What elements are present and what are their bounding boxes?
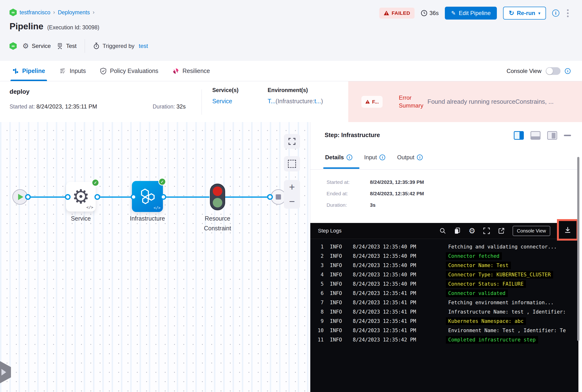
log-level: INFO	[330, 337, 353, 343]
log-line: 4INFO8/24/2023 12:35:40 PMConnector Type…	[310, 270, 578, 279]
info-icon[interactable]: i	[565, 68, 570, 74]
log-line: 2INFO8/24/2023 12:35:40 PMConnector fetc…	[310, 251, 578, 260]
tab-policy-evaluations[interactable]: Policy Evaluations	[100, 61, 158, 81]
play-icon	[18, 194, 23, 200]
stop-icon	[276, 194, 281, 200]
tab-output[interactable]: Output i	[397, 154, 423, 161]
tab-resilience[interactable]: Resilience	[173, 61, 210, 81]
tab-inputs-label: Inputs	[70, 68, 86, 74]
stage-summary-bar: deploy Started at: 8/24/2023, 12:35:11 P…	[0, 81, 582, 122]
panel-scrollbar[interactable]	[577, 157, 579, 341]
environment-link[interactable]: T...(Infrastructure:t...)	[268, 98, 323, 105]
node-label: Infrastructure	[121, 214, 174, 224]
inputs-tab-icon	[59, 68, 66, 74]
resilience-icon	[173, 68, 179, 74]
log-message: Kubernetes Namespace: abc	[446, 317, 526, 325]
infrastructure-link[interactable]: t...	[314, 98, 321, 104]
pipeline-canvas[interactable]: ⚙ </> ✓ </> ✓ Service Infrastructure Res…	[0, 122, 310, 392]
log-line-number: 1	[310, 244, 324, 250]
kebab-menu-icon[interactable]	[565, 8, 570, 18]
marquee-select-button[interactable]	[284, 156, 300, 172]
console-view-label: Console View	[507, 68, 541, 74]
log-line-number: 2	[310, 253, 324, 259]
connector-port	[65, 194, 71, 200]
minimize-icon[interactable]	[564, 135, 571, 136]
total-duration: 36s	[421, 10, 439, 16]
total-duration-value: 36s	[430, 10, 439, 16]
tab-pipeline-label: Pipeline	[22, 68, 45, 74]
edit-pipeline-button[interactable]: ✎ Edit Pipeline	[445, 7, 497, 20]
traffic-light-green	[213, 198, 222, 208]
log-level: INFO	[330, 272, 353, 278]
tab-input-label: Input	[364, 154, 377, 161]
split-view-icon[interactable]	[514, 131, 524, 140]
environments-block: Environment(s) T...(Infrastructure:t...)	[268, 87, 323, 105]
breadcrumb-project-link[interactable]: testfrancisco	[20, 9, 50, 16]
expand-logs-icon[interactable]	[483, 227, 490, 234]
log-timestamp: 8/24/2023 12:35:41 PM	[353, 328, 448, 333]
traffic-light-red	[213, 186, 222, 196]
breadcrumb-deployments-link[interactable]: Deployments	[58, 9, 90, 16]
log-timestamp: 8/24/2023 12:35:41 PM	[353, 309, 448, 315]
divider	[202, 90, 202, 115]
gear-icon: ⚙	[23, 42, 29, 50]
node-label: Service	[61, 214, 101, 224]
header-actions: FAILED 36s ✎ Edit Pipeline ↻ Re-run ▾ i	[379, 6, 570, 20]
scroll-left-arrow[interactable]	[0, 361, 11, 384]
page-title: Pipeline(Execution Id: 30098)	[10, 22, 100, 32]
tab-details[interactable]: Details i	[325, 154, 352, 161]
bottom-view-icon[interactable]	[530, 131, 540, 140]
detail-row: Started at: 8/24/2023, 12:35:39 PM	[327, 179, 424, 185]
pipeline-tab-icon	[13, 68, 19, 74]
console-view-toggle[interactable]	[546, 67, 560, 75]
service-link[interactable]: Service	[212, 98, 239, 105]
step-logs-panel: Step Logs ⚙ Console View	[310, 223, 578, 392]
info-icon[interactable]: i	[417, 154, 423, 160]
tab-pipeline[interactable]: Pipeline	[13, 61, 45, 81]
log-level: INFO	[330, 253, 353, 259]
search-icon[interactable]	[439, 228, 446, 234]
service-meta[interactable]: ⚙ Service	[23, 42, 51, 50]
success-check-icon: ✓	[158, 178, 166, 186]
view-tab-bar: Pipeline Inputs Policy Evaluations Resil…	[0, 61, 582, 81]
clock-icon	[421, 10, 427, 16]
zoom-in-button[interactable]: +	[289, 182, 295, 192]
external-link-icon[interactable]	[498, 227, 505, 234]
detail-label: Started at:	[327, 179, 370, 185]
execution-id: (Execution Id: 30098)	[47, 24, 100, 30]
tab-inputs[interactable]: Inputs	[59, 61, 86, 81]
info-icon[interactable]: i	[552, 10, 559, 17]
environment-meta[interactable]: Test	[57, 43, 77, 49]
step-logs-title: Step Logs	[318, 228, 342, 234]
triggered-by-label: Triggered by	[103, 43, 135, 49]
console-view-button[interactable]: Console View	[512, 226, 550, 236]
active-tab-underline	[323, 168, 359, 169]
trigger-link[interactable]: test	[139, 43, 148, 49]
tab-input[interactable]: Input i	[364, 154, 385, 161]
download-icon[interactable]	[564, 226, 571, 234]
harness-logo-icon: ∞	[10, 8, 17, 16]
panel-layout-controls	[514, 131, 571, 140]
node-resource-constraint[interactable]	[210, 184, 225, 210]
fullscreen-canvas-button[interactable]	[284, 134, 300, 149]
tab-resilience-label: Resilience	[183, 68, 210, 74]
zoom-out-button[interactable]: −	[289, 196, 295, 206]
log-settings-icon[interactable]: ⚙	[468, 227, 475, 235]
log-message: Connector Name: Test	[446, 262, 511, 269]
right-view-icon[interactable]	[547, 131, 557, 140]
node-infrastructure[interactable]: </>	[132, 181, 163, 212]
pencil-icon: ✎	[451, 10, 456, 16]
stage-duration: Duration: 32s	[153, 103, 186, 110]
error-summary-panel: F... Error Summary Found already running…	[348, 81, 582, 122]
copy-icon[interactable]	[454, 227, 461, 234]
log-lines: 1INFO8/24/2023 12:35:40 PMFetching and v…	[310, 242, 578, 344]
info-icon[interactable]: i	[347, 154, 352, 160]
rerun-button[interactable]: ↻ Re-run ▾	[503, 7, 546, 20]
failed-chip-label: F...	[372, 99, 379, 105]
rerun-label: Re-run	[517, 10, 535, 16]
divider	[310, 169, 578, 170]
log-timestamp: 8/24/2023 12:35:41 PM	[353, 318, 448, 324]
info-icon[interactable]: i	[379, 154, 385, 160]
log-message: Fetching environment information...	[448, 300, 554, 306]
pipeline-name: Pipeline	[10, 22, 44, 31]
